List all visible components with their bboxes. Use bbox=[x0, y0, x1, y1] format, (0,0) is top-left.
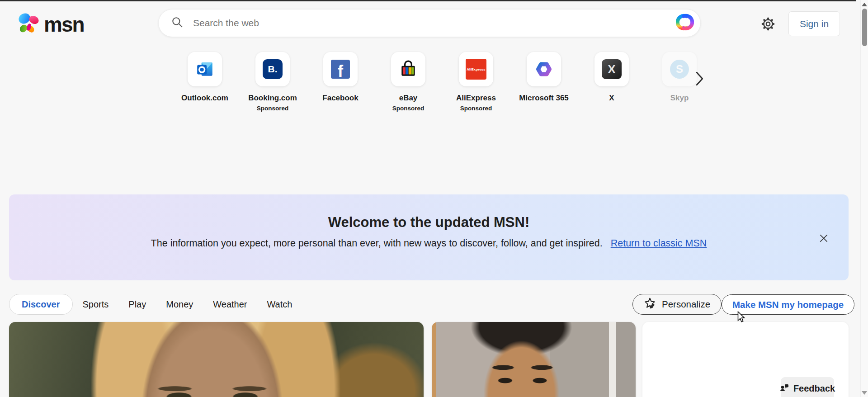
quick-link-label: Booking.com bbox=[248, 94, 297, 103]
msn-butterfly-icon bbox=[17, 12, 42, 37]
tab-discover[interactable]: Discover bbox=[9, 294, 73, 315]
x-icon: X bbox=[594, 52, 629, 86]
return-to-classic-msn-link[interactable]: Return to classic MSN bbox=[611, 238, 707, 249]
sign-in-button[interactable]: Sign in bbox=[788, 11, 840, 36]
sponsored-badge: Sponsored bbox=[257, 105, 289, 112]
sign-in-label: Sign in bbox=[800, 19, 829, 29]
skype-icon: S bbox=[662, 52, 697, 86]
quick-link-label: X bbox=[609, 94, 614, 103]
tab-label: Sports bbox=[83, 299, 109, 309]
make-msn-homepage-button[interactable]: Make MSN my homepage bbox=[722, 294, 854, 315]
homepage-label: Make MSN my homepage bbox=[732, 299, 844, 310]
personalize-star-pen-icon bbox=[644, 297, 656, 312]
banner-subtitle: The information you expect, more persona… bbox=[151, 238, 603, 249]
aliexpress-icon: AliExpress bbox=[459, 52, 493, 86]
tab-label: Money bbox=[166, 299, 193, 309]
tab-label: Weather bbox=[213, 299, 247, 309]
banner-title: Welcome to the updated MSN! bbox=[9, 194, 849, 231]
x-icon-letter: X bbox=[608, 62, 615, 76]
skype-icon-letter: S bbox=[676, 63, 683, 76]
article-card-boy-photo[interactable] bbox=[432, 322, 636, 397]
carousel-next-button[interactable] bbox=[695, 71, 704, 88]
booking-icon: B. bbox=[255, 52, 290, 86]
feedback-icon bbox=[780, 383, 789, 394]
scrollbar-up-arrow[interactable] bbox=[862, 3, 867, 6]
facebook-icon-letter: f bbox=[338, 64, 343, 79]
tab-money[interactable]: Money bbox=[156, 299, 203, 310]
woman-photo-image bbox=[9, 322, 424, 397]
tab-watch[interactable]: Watch bbox=[257, 299, 302, 310]
tab-label: Play bbox=[128, 299, 146, 309]
quick-link-ebay[interactable]: eBay Sponsored bbox=[374, 52, 442, 112]
sponsored-badge: Sponsored bbox=[392, 105, 425, 112]
quick-link-aliexpress[interactable]: AliExpress AliExpress Sponsored bbox=[442, 52, 510, 112]
microsoft365-icon bbox=[527, 52, 561, 86]
quick-link-label: eBay bbox=[399, 94, 418, 103]
tab-weather[interactable]: Weather bbox=[203, 299, 257, 310]
close-icon bbox=[819, 233, 829, 243]
quick-link-booking[interactable]: B. Booking.com Sponsored bbox=[239, 52, 307, 112]
search-icon bbox=[171, 16, 183, 30]
quick-link-facebook[interactable]: f Facebook bbox=[307, 52, 374, 112]
quick-link-label: Facebook bbox=[322, 94, 358, 103]
tab-label: Watch bbox=[267, 299, 292, 309]
quick-link-label: Skyp bbox=[670, 94, 689, 103]
ebay-icon bbox=[391, 52, 425, 86]
facebook-icon: f bbox=[323, 52, 358, 86]
aliexpress-icon-text: AliExpress bbox=[467, 67, 485, 71]
search-input[interactable] bbox=[192, 17, 676, 29]
feedback-label: Feedback bbox=[793, 383, 835, 394]
tab-label: Discover bbox=[22, 299, 60, 310]
copilot-icon[interactable] bbox=[676, 13, 694, 33]
section-nav: Discover Sports Play Money Weather Watch bbox=[9, 294, 302, 315]
boy-photo-image bbox=[432, 322, 636, 397]
scrollbar-thumb[interactable] bbox=[862, 9, 867, 46]
quick-link-label: Outlook.com bbox=[181, 94, 228, 103]
personalize-label: Personalize bbox=[662, 299, 710, 310]
tab-play[interactable]: Play bbox=[118, 299, 156, 310]
article-card-woman-photo[interactable] bbox=[9, 322, 424, 397]
sponsored-badge: Sponsored bbox=[460, 105, 492, 112]
tab-sports[interactable]: Sports bbox=[73, 299, 119, 310]
window-top-edge bbox=[0, 0, 856, 1]
scrollbar-down-arrow[interactable] bbox=[862, 391, 867, 395]
quick-link-label: AliExpress bbox=[456, 94, 496, 103]
banner-close-button[interactable] bbox=[819, 233, 830, 244]
settings-gear-icon[interactable] bbox=[761, 17, 775, 31]
outlook-icon bbox=[188, 52, 222, 86]
chevron-right-icon bbox=[695, 71, 704, 86]
page-scrollbar[interactable] bbox=[860, 0, 868, 397]
personalize-button[interactable]: Personalize bbox=[632, 294, 722, 315]
quick-link-label: Microsoft 365 bbox=[519, 94, 569, 103]
msn-logo[interactable]: msn bbox=[17, 12, 84, 37]
booking-icon-letter: B. bbox=[268, 64, 278, 75]
search-bar[interactable] bbox=[158, 9, 701, 37]
msn-logo-text: msn bbox=[44, 14, 84, 35]
feedback-button[interactable]: Feedback bbox=[781, 377, 834, 397]
quick-link-microsoft365[interactable]: Microsoft 365 bbox=[510, 52, 578, 112]
welcome-banner: Welcome to the updated MSN! The informat… bbox=[9, 194, 849, 280]
quick-links-carousel: Outlook.com B. Booking.com Sponsored f F… bbox=[171, 52, 713, 112]
quick-link-outlook[interactable]: Outlook.com bbox=[171, 52, 239, 112]
quick-link-x[interactable]: X X bbox=[578, 52, 646, 112]
